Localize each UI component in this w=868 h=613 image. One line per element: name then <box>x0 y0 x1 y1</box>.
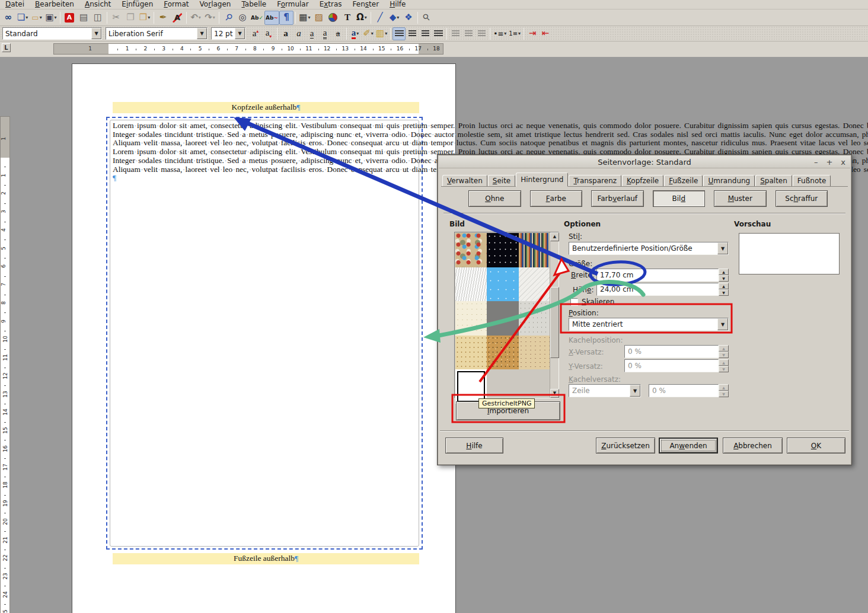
tab-kopfzeile[interactable]: Kopfzeile <box>622 175 663 187</box>
align-right-icon[interactable] <box>419 27 432 40</box>
insert-line-icon[interactable]: ╱ <box>373 11 387 25</box>
chevron-down-icon[interactable]: ▼ <box>197 28 207 39</box>
thumbnail-ochre-speckle[interactable] <box>487 336 518 370</box>
ok-button[interactable]: OK <box>787 438 845 454</box>
navigator-icon[interactable]: ◎ <box>235 11 250 25</box>
menu-tabelle[interactable]: Tabelle <box>236 0 272 9</box>
double-underline-icon[interactable]: a <box>318 27 331 40</box>
hoehe-spinner[interactable]: ▲▼ <box>719 283 729 296</box>
tab-verwalten[interactable]: Verwalten <box>442 175 487 187</box>
menu-hilfe[interactable]: Hilfe <box>384 0 411 9</box>
insert-image-icon[interactable]: ▨ <box>312 11 326 25</box>
decrease-indent-icon[interactable]: ⇤ <box>539 27 552 40</box>
tab-stop-selector[interactable]: L <box>2 43 11 52</box>
open-icon[interactable]: ▭▾ <box>30 11 44 25</box>
type-button-ohne[interactable]: Ohne <box>468 190 521 207</box>
thumbnail-color-stripes[interactable] <box>519 233 550 267</box>
menu-formular[interactable]: Formular <box>272 0 314 9</box>
document-body-text[interactable]: Lorem·ipsum·dolor·sit·amet,·consectetur·… <box>113 122 419 183</box>
clone-formatting-icon[interactable]: ✒ <box>156 11 170 25</box>
thumbnail-light-paper[interactable] <box>455 267 487 302</box>
paste-icon[interactable]: ❒▾ <box>138 11 152 25</box>
thumbnail-sky-blue[interactable] <box>487 267 518 302</box>
clear-formatting-icon[interactable]: A <box>170 11 184 25</box>
tab-seite[interactable]: Seite <box>488 175 515 187</box>
skalieren-checkbox[interactable] <box>570 298 578 306</box>
numbered-list-icon[interactable]: 1≡▾ <box>508 27 522 40</box>
horizontal-ruler[interactable]: 1123456789101112131415161718 <box>53 43 443 55</box>
abbrechen-button[interactable]: Abbrechen <box>723 438 783 454</box>
print-preview-icon[interactable]: ◫ <box>91 11 105 25</box>
insert-table-icon[interactable]: ▦▾ <box>298 11 312 25</box>
hoehe-field[interactable]: 24,00 cm <box>596 283 719 296</box>
dialog-titlebar[interactable]: Seitenvorlage: Standard – + x <box>439 156 850 168</box>
special-character-icon[interactable]: Ω▾ <box>355 11 369 25</box>
formatting-marks-icon[interactable]: ¶ <box>279 11 293 25</box>
paragraph-style-combo[interactable]: Standard ▼ <box>2 27 102 40</box>
vertical-ruler[interactable]: 1123456789101112131415161718192021222324… <box>0 116 10 613</box>
tab-hintergrund[interactable]: Hintergrund <box>516 173 568 187</box>
position-dropdown[interactable]: Mitte zentriert ▼ <box>569 318 729 331</box>
font-size-combo[interactable]: 12 pt ▼ <box>211 27 245 40</box>
tab-funote[interactable]: Fußnote <box>793 175 831 187</box>
print-icon[interactable]: ▤ <box>76 11 91 25</box>
italic-icon[interactable]: a <box>292 27 305 40</box>
insert-textbox-icon[interactable]: T <box>340 11 355 25</box>
breite-spinner[interactable]: ▲▼ <box>719 269 729 282</box>
scrollbar-thumb[interactable] <box>550 287 559 358</box>
thumbnail-light-sand[interactable] <box>455 336 487 370</box>
chevron-down-icon[interactable]: ▼ <box>235 28 245 39</box>
zoom-icon[interactable]: ⚲ <box>420 11 434 25</box>
chevron-down-icon[interactable]: ▼ <box>717 242 728 254</box>
stil-dropdown[interactable]: Benutzerdefinierte Position/Größe ▼ <box>569 242 729 255</box>
save-icon[interactable]: ▣▾ <box>44 11 58 25</box>
highlighting-color-icon[interactable]: ✐▾ <box>362 27 375 40</box>
character-background-icon[interactable]: ▥▾ <box>375 27 388 40</box>
type-button-farbe[interactable]: Farbe <box>530 190 583 207</box>
scroll-up-icon[interactable]: ▲ <box>550 232 559 241</box>
export-pdf-icon[interactable]: A <box>62 11 76 25</box>
page-header[interactable]: Kopfzeile außerhalb¶ <box>113 102 419 113</box>
superscript-icon[interactable]: a▴ <box>249 27 262 40</box>
thumbnail-light-gray-speckle[interactable] <box>519 301 550 336</box>
strikethrough-icon[interactable]: a <box>331 27 344 40</box>
menu-extras[interactable]: Extras <box>314 0 347 9</box>
scroll-down-icon[interactable]: ▼ <box>550 389 559 398</box>
bullet-list-icon[interactable]: •≡▾ <box>492 27 508 40</box>
thumbnail-dark-concrete[interactable] <box>487 301 518 336</box>
align-center-icon[interactable] <box>406 27 419 40</box>
anwenden-button[interactable]: Anwenden <box>659 438 718 454</box>
draw-functions-icon[interactable]: ❖ <box>401 11 416 25</box>
menu-format[interactable]: Format <box>158 0 194 9</box>
thumbnail-sand[interactable] <box>519 336 550 370</box>
maximize-icon[interactable]: + <box>826 158 832 167</box>
align-left-icon[interactable] <box>392 27 406 40</box>
bold-icon[interactable]: a <box>279 27 292 40</box>
image-thumbnail-list[interactable]: ▲ ▼ <box>454 232 559 398</box>
menu-einfgen[interactable]: Einfügen <box>116 0 158 9</box>
scrollbar-vertical[interactable]: ▲ ▼ <box>550 232 559 398</box>
menu-fenster[interactable]: Fenster <box>347 0 385 9</box>
spelling-icon[interactable]: Ab✓ <box>250 11 264 25</box>
hilfe-button[interactable]: Hilfe <box>445 438 503 454</box>
find-toolbar-icon[interactable]: ∞ <box>1 11 15 25</box>
page-footer[interactable]: Fußzeile außerhalb¶ <box>113 553 419 564</box>
justify-icon[interactable] <box>432 27 445 40</box>
underline-icon[interactable]: a <box>305 27 318 40</box>
tab-spalten[interactable]: Spalten <box>755 175 792 187</box>
subscript-icon[interactable]: a▾ <box>262 27 275 40</box>
chevron-down-icon[interactable]: ▼ <box>717 318 728 330</box>
tab-transparenz[interactable]: Transparenz <box>569 175 621 187</box>
font-color-icon[interactable]: a▾ <box>349 27 362 40</box>
type-button-muster[interactable]: Muster <box>714 190 767 207</box>
zurcksetzen-button[interactable]: Zurücksetzen <box>596 438 655 454</box>
breite-field[interactable]: 17,70 cm <box>596 269 719 282</box>
thumbnail-ivory[interactable] <box>455 301 487 336</box>
type-button-schraffur[interactable]: Schraffur <box>776 190 828 207</box>
auto-spellcheck-icon[interactable]: Ab~ <box>264 11 279 25</box>
type-button-bild[interactable]: Bild <box>653 190 706 207</box>
increase-indent-icon[interactable]: ⇥ <box>526 27 539 40</box>
chevron-down-icon[interactable]: ▼ <box>91 28 101 39</box>
menu-datei[interactable]: Datei <box>0 0 30 9</box>
find-replace-icon[interactable]: ⚲ <box>221 11 235 25</box>
